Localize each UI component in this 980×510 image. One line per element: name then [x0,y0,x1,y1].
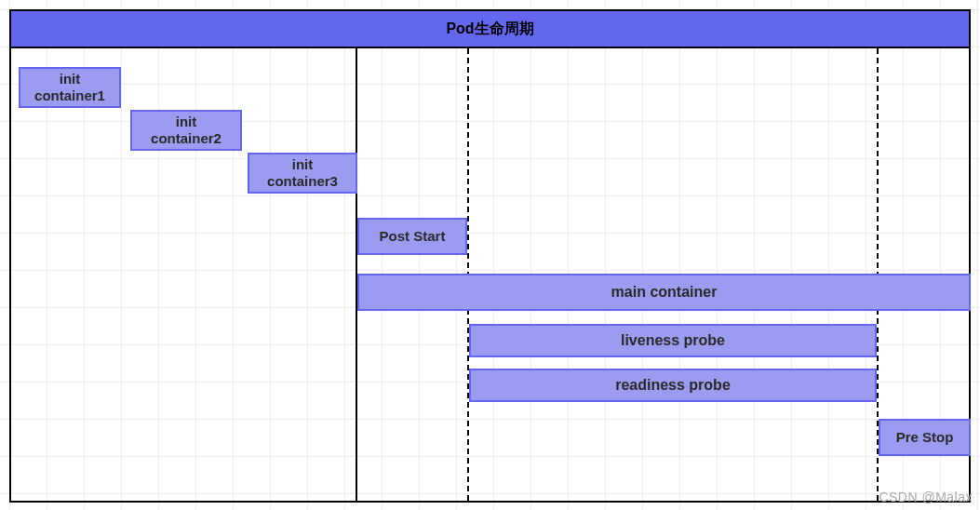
post-start-hook: Post Start [357,218,467,255]
liveness-probe: liveness probe [469,324,877,357]
pre-stop-hook: Pre Stop [879,419,971,456]
diagram-frame: Pod生命周期 init container1 init container2 … [9,9,971,503]
init-container-3: init container3 [248,153,357,194]
watermark: CSDN @Malax [879,490,973,504]
init-container-1: init container1 [19,67,121,108]
init-container-2: init container2 [130,110,242,151]
diagram-title: Pod生命周期 [446,20,533,39]
readiness-probe: readiness probe [469,369,877,402]
title-bar: Pod生命周期 [11,11,969,48]
main-container: main container [357,274,971,311]
